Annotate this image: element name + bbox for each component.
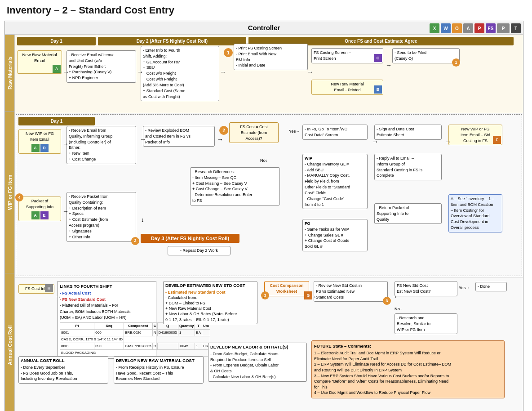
arrow-wip-5: →: [139, 217, 146, 223]
review-bom-text: - Review Exploded BOMand Costed Item in …: [145, 128, 191, 144]
review-bom-box: - Review Exploded BOMand Costed Item in …: [143, 126, 215, 147]
arrow-raw-1: →: [63, 68, 69, 76]
sign-date-text: - Sign and Date CostEstimate Sheet: [377, 127, 414, 137]
annual-cost-roll-box: ANNUAL COST ROLL - Done Every September-…: [18, 356, 108, 384]
see-inventory-box: A – See "Inventory – 1 –Item and BOM Cre…: [448, 194, 502, 232]
section-wip: Day 1 New WIP or FGItem Email A D - Rece…: [15, 113, 523, 277]
new-raw-email-box: New Raw MaterialEmail A: [17, 50, 62, 74]
links-box: LINKS TO FOURTH SHIFT - FS Actual Cost -…: [58, 281, 156, 359]
wip-block-box: WIP- Change Inventory GL #- Add SBU- MAN…: [302, 154, 368, 209]
send-filed-box: - Send to be Filed(Casey O) 1: [392, 48, 460, 63]
fs-cost-equal-box: FS Cost = CostEstimate (fromAccess)?: [229, 122, 279, 143]
arrow-raw-5: →: [386, 62, 392, 69]
badge-F: F: [493, 136, 501, 144]
cost-comparison-box: Cost ComparisonWorksheet 3 G: [264, 281, 309, 296]
research-diff-text: - Research Differences:- Item Missing – …: [192, 170, 253, 203]
circle-3-review: 3: [383, 297, 391, 305]
develop-labor-title: DEVELOP NEW LABOR & OH RATE(S): [210, 344, 305, 350]
main-diagram: Controller X W O A P FS P T Raw Material…: [4, 21, 523, 411]
research-diff-box: - Research Differences:- Item Missing – …: [190, 167, 280, 206]
calculated-from-text: - Calculated from:+ BOM – Linked to FS+ …: [165, 295, 255, 322]
badge-A2: A: [31, 144, 40, 152]
yes-label: Yes→: [289, 129, 300, 134]
ck-w: W: [441, 23, 451, 33]
ck-p2: P: [497, 23, 510, 33]
develop-labor-text: - From Sales Budget, Calculate HoursRequ…: [210, 352, 279, 379]
review-new-std-box: - Review New Std Cost inFS vs Estimated …: [314, 281, 388, 302]
cost-comparison-text: Cost ComparisonWorksheet: [270, 283, 303, 294]
print-costing-text: - Print FS Costing Screen- Print Email W…: [236, 46, 282, 67]
fs-new-std-est-box: FS New Std CostEst New Std Cost?: [395, 281, 457, 296]
return-packet-box: - Return Packet ofSupporting Info toQual…: [374, 203, 442, 224]
badge-C: C: [374, 54, 382, 62]
fg-block-text: FG- Same Tasks as for WIP+ Change Sales …: [305, 221, 349, 249]
fs-cost-info-text: FS Cost Info: [25, 286, 48, 291]
ck-o: O: [452, 23, 462, 33]
print-costing-box: - Print FS Costing Screen- Print Email W…: [234, 44, 308, 70]
receive-email-raw-box: - Receive Email w/ Item#and Unit Cost (w…: [66, 50, 136, 83]
future-items: 1 – Electronic Audit Trail and Doc Mgmt …: [314, 350, 502, 396]
flattened-text: - Flattened Bill of Materials – ForChart…: [60, 303, 154, 321]
new-wip-email-box: New WIP or FGItem Email A D: [18, 129, 61, 154]
wip-day1-bar: Day 1: [18, 117, 95, 125]
circle-1-filed: 1: [452, 58, 460, 67]
section-annual: FS Cost Info H LINKS TO FOURTH SHIFT - F…: [15, 277, 523, 411]
new-raw-email-text: New Raw MaterialEmail: [19, 52, 60, 64]
reply-all-box: - Reply All to Email –Inform Group ofSta…: [374, 154, 442, 180]
fs-cost-info-box: FS Cost Info H: [18, 284, 54, 294]
color-keys: X W O A P FS P T: [430, 23, 521, 33]
arrow-annual-1: →: [55, 293, 61, 300]
fs-new-std-link: - FS New Standard Cost: [60, 297, 154, 303]
arrow-raw-2: →: [137, 68, 143, 76]
arrow-wip-4: →: [62, 208, 69, 215]
done-box: - Done: [475, 282, 507, 291]
packet-supporting-text: Packet ofSupporting Info: [26, 199, 53, 209]
arrow-raw-3: →: [220, 68, 226, 76]
return-packet-text: - Return Packet ofSupporting Info toQual…: [377, 206, 409, 222]
fs-actual-link: - FS Actual Cost: [60, 290, 154, 297]
page-container: Inventory – 2 – Standard Cost Entry Cont…: [0, 0, 532, 411]
sign-date-box: - Sign and Date CostEstimate Sheet: [374, 125, 442, 140]
arrow-annual-3: →: [310, 293, 317, 300]
day3-bar: Day 3 (After FS Nightly Cost Roll): [141, 234, 239, 243]
bom-table: PtSeqComponentCQQuantityTUm 8001060BRB.0…: [60, 322, 210, 357]
badge-B: B: [374, 85, 382, 94]
new-wip-std-text: New WIP or FGItem Email – StdCosting in …: [461, 127, 490, 143]
future-state-box: FUTURE State – Comments: 1 – Electronic …: [311, 340, 505, 398]
develop-new-raw-text: - From Receipts History in FS, EnsureHav…: [116, 365, 184, 381]
receive-email-quality-box: - Receive Email fromQuality, Informing G…: [66, 126, 136, 164]
fg-block-box: FG- Same Tasks as for WIP+ Change Sales …: [302, 219, 368, 251]
no-research-label: No↓: [395, 307, 402, 311]
arrow-wip-1: →: [62, 140, 69, 147]
label-wip: WIP or FG Item: [5, 111, 14, 273]
research-resolve-text: - Research andResolve, Similar toWIP or …: [397, 316, 430, 332]
diagram-body: Raw Materials WIP or FG Item Annual Cost…: [5, 35, 523, 411]
section-raw: Day 1 Day 2 (After FS Nightly Cost Roll)…: [15, 35, 523, 113]
ck-p: P: [474, 23, 484, 33]
label-annual: Annual Cost Roll: [5, 273, 14, 411]
new-wip-std-box: New WIP or FGItem Email – StdCosting in …: [448, 125, 502, 145]
repeat-day2-box: - Repeat Day 2 Work: [168, 246, 231, 255]
develop-new-raw-box: DEVELOP NEW RAW MATERIAL COST - From Rec…: [114, 356, 204, 384]
fs-costing-screen-box: FS Costing Screen –Print Screen C: [311, 48, 383, 63]
circle-2-fs: 2: [219, 126, 228, 135]
develop-new-raw-title: DEVELOP NEW RAW MATERIAL COST: [116, 358, 201, 364]
circle-1-raw: 1: [224, 48, 233, 57]
arrow-wip-2: →: [140, 136, 146, 143]
fs-cost-equal-text: FS Cost = CostEstimate (fromAccess)?: [240, 125, 267, 141]
estimated-new-text: - Estimated New Standard Cost: [165, 290, 255, 295]
label-raw-materials: Raw Materials: [5, 35, 14, 111]
future-title: FUTURE State – Comments:: [314, 343, 502, 349]
review-new-std-text: - Review New Std Cost inFS vs Estimated …: [316, 283, 362, 299]
day2-bar: Day 2 (After FS Nightly Cost Roll): [98, 37, 246, 45]
fs-costing-screen-text: FS Costing Screen –Print Screen: [314, 50, 351, 61]
reply-all-text: - Reply All to Email –Inform Group ofSta…: [377, 156, 422, 178]
row-labels: Raw Materials WIP or FG Item Annual Cost…: [5, 35, 15, 411]
send-filed-text: - Send to be Filed(Casey O): [395, 50, 426, 61]
day1-bar: Day 1: [17, 37, 96, 45]
receive-packet-box: - Receive Packet fromQuality Containing:…: [66, 192, 136, 242]
diagram-content: Day 1 Day 2 (After FS Nightly Cost Roll)…: [15, 35, 523, 411]
new-raw-email-printed-text: New Raw MaterialEmail - Printed: [331, 82, 364, 92]
receive-packet-text: - Receive Packet fromQuality Containing:…: [69, 194, 109, 239]
arrow-wip-6: →: [372, 138, 378, 145]
